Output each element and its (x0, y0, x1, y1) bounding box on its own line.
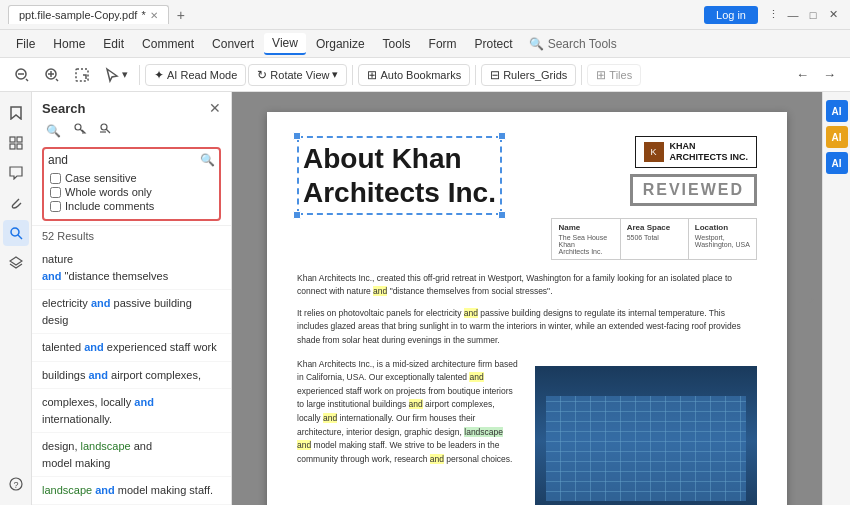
menu-view[interactable]: View (264, 33, 306, 55)
search-tools-area[interactable]: 🔍 Search Tools (529, 37, 617, 51)
nav-back-button[interactable]: ← (790, 64, 815, 85)
tiles-label: Tiles (609, 69, 632, 81)
tab-modified: * (141, 9, 145, 21)
svg-line-22 (106, 129, 110, 133)
pdf-page: About KhanArchitects Inc. K KHANARCHITEC… (267, 112, 787, 505)
minimize-button[interactable]: — (784, 6, 802, 24)
tiles-button[interactable]: ⊞ Tiles (587, 64, 641, 86)
case-sensitive-checkbox[interactable] (50, 173, 61, 184)
zoom-out-icon (14, 67, 30, 83)
svg-line-15 (18, 235, 22, 239)
active-tab[interactable]: ppt.file-sample-Copy.pdf * ✕ (8, 5, 169, 24)
result-text-1b: and "distance themselves (42, 268, 221, 285)
ai-button-2[interactable]: AI (826, 126, 848, 148)
result-item-1[interactable]: nature and "distance themselves (32, 246, 231, 290)
info-label-area: Area Space (627, 223, 682, 232)
info-cell-location: Location Westport,Washington, USA (689, 219, 756, 259)
menu-home[interactable]: Home (45, 34, 93, 54)
zoom-out-button[interactable] (8, 64, 36, 86)
menu-edit[interactable]: Edit (95, 34, 132, 54)
more-options-button[interactable]: ⋮ (764, 6, 782, 24)
highlight-and-6: and (297, 440, 311, 450)
ai-button-3[interactable]: AI (826, 152, 848, 174)
scroll-right-icon[interactable]: › (809, 291, 814, 307)
case-sensitive-label: Case sensitive (65, 172, 137, 184)
search-option-whole-words[interactable]: Whole words only (50, 185, 213, 199)
handle-br[interactable] (498, 211, 506, 219)
cursor-button[interactable]: ▾ (98, 64, 134, 86)
menu-comment[interactable]: Comment (134, 34, 202, 54)
menu-tools[interactable]: Tools (375, 34, 419, 54)
highlight-and-1: and (373, 286, 387, 296)
sidebar-item-bookmark[interactable] (3, 100, 29, 126)
ai-button-1[interactable]: AI (826, 100, 848, 122)
search-input-area[interactable]: 🔍 Case sensitive Whole words only Includ… (42, 147, 221, 221)
handle-tl[interactable] (293, 132, 301, 140)
ai-icon: ✦ (154, 68, 164, 82)
search-panel: Search ✕ 🔍 🔍 Case sensitive (32, 92, 232, 505)
rotate-view-button[interactable]: ↻ Rotate View ▾ (248, 64, 347, 86)
search-option-case-sensitive[interactable]: Case sensitive (50, 171, 213, 185)
result-item-5[interactable]: complexes, locally and internationally. (32, 389, 231, 433)
search-tool-3-button[interactable] (95, 120, 117, 141)
login-button[interactable]: Log in (704, 6, 758, 24)
toolbar-divider-4 (581, 65, 582, 85)
search-panel-close-button[interactable]: ✕ (209, 100, 221, 116)
menu-file[interactable]: File (8, 34, 43, 54)
handle-tr[interactable] (498, 132, 506, 140)
nav-forward-button[interactable]: → (817, 64, 842, 85)
rotate-dropdown-icon: ▾ (332, 68, 338, 81)
menu-form[interactable]: Form (421, 34, 465, 54)
search-replace-icon (73, 122, 87, 136)
sidebar-item-search[interactable] (3, 220, 29, 246)
sidebar-item-attachment[interactable] (3, 190, 29, 216)
marquee-button[interactable] (68, 64, 96, 86)
pdf-body-intro: Khan Architects Inc., created this off-g… (297, 272, 757, 299)
rulers-grids-button[interactable]: ⊟ Rulers_Grids (481, 64, 576, 86)
info-label-name: Name (558, 223, 613, 232)
search-tool-2-button[interactable] (69, 120, 91, 141)
auto-bookmarks-button[interactable]: ⊞ Auto Bookmarks (358, 64, 470, 86)
sidebar-item-comment[interactable] (3, 160, 29, 186)
thumbnail-icon (9, 136, 23, 150)
maximize-button[interactable]: □ (804, 6, 822, 24)
zoom-in-button[interactable] (38, 64, 66, 86)
result-item-6[interactable]: design, landscape and model making (32, 433, 231, 477)
info-value-name: The Sea House KhanArchitects Inc. (558, 234, 613, 255)
marquee-icon (74, 67, 90, 83)
search-go-button[interactable]: 🔍 (200, 153, 215, 167)
info-cell-name: Name The Sea House KhanArchitects Inc. (552, 219, 620, 259)
highlight-landscape-1: landscape (464, 427, 503, 437)
whole-words-label: Whole words only (65, 186, 152, 198)
results-list: nature and "distance themselves electric… (32, 246, 231, 505)
menu-convert[interactable]: Convert (204, 34, 262, 54)
search-option-comments[interactable]: Include comments (50, 199, 213, 213)
include-comments-checkbox[interactable] (50, 201, 61, 212)
pdf-area[interactable]: About KhanArchitects Inc. K KHANARCHITEC… (232, 92, 822, 505)
sidebar-item-help[interactable]: ? (3, 471, 29, 497)
result-text-6b: model making (42, 455, 221, 472)
menu-protect[interactable]: Protect (467, 34, 521, 54)
svg-rect-13 (17, 144, 22, 149)
rotate-view-label: Rotate View (270, 69, 329, 81)
close-button[interactable]: ✕ (824, 6, 842, 24)
sidebar-item-layers[interactable] (3, 250, 29, 276)
attachment-icon (9, 196, 23, 210)
search-panel-title: Search (42, 101, 85, 116)
new-tab-button[interactable]: + (173, 7, 189, 23)
menu-organize[interactable]: Organize (308, 34, 373, 54)
whole-words-checkbox[interactable] (50, 187, 61, 198)
handle-bl[interactable] (293, 211, 301, 219)
result-item-7[interactable]: landscape and model making staff. (32, 477, 231, 505)
search-tool-1-button[interactable]: 🔍 (42, 122, 65, 140)
result-item-4[interactable]: buildings and airport complexes, (32, 362, 231, 390)
result-item-2[interactable]: electricity and passive building desig (32, 290, 231, 334)
svg-line-2 (26, 79, 28, 81)
ai-read-mode-button[interactable]: ✦ AI Read Mode (145, 64, 246, 86)
search-input[interactable] (48, 153, 200, 167)
sidebar-item-thumbnail[interactable] (3, 130, 29, 156)
result-item-3[interactable]: talented and experienced staff work (32, 334, 231, 362)
tab-close-icon[interactable]: ✕ (150, 10, 158, 21)
logo-icon: K (644, 142, 664, 162)
comment-icon (9, 166, 23, 180)
